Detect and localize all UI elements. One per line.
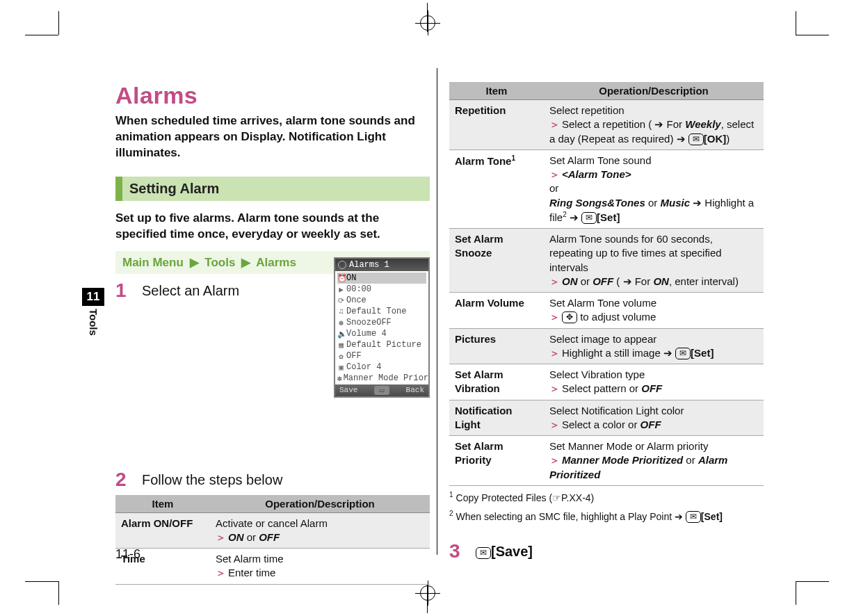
desc-cell: Select repetition＞Select a repetition ( … (544, 100, 764, 150)
step-text: Follow the steps below (142, 470, 282, 488)
table-row: Repetition Select repetition＞Select a re… (449, 100, 764, 150)
footnote-2: 2When selecting an SMC file, highlight a… (449, 509, 764, 524)
item-cell: Alarm Tone1 (449, 149, 544, 228)
item-cell: Pictures (449, 328, 544, 364)
list-item: 🔈Volume 4 (337, 328, 426, 339)
crop-mark (25, 581, 58, 605)
registration-mark (420, 15, 435, 31)
step-text: ✉[Save] (476, 542, 533, 560)
step-number: 1 (115, 281, 142, 300)
desc-cell: Set Alarm time ＞Enter time (210, 549, 430, 585)
mail-key-icon: ✉ (476, 547, 491, 559)
footnote-1: 1Copy Protected Files (☞P.XX-4) (449, 490, 764, 505)
phone-softkeys: Save ▭ Back (335, 384, 428, 396)
table-row: Set Alarm Vibration Select Vibration typ… (449, 364, 764, 400)
alarm-icon (338, 261, 346, 269)
table-row: Alarm Volume Set Alarm Tone volume＞✥ to … (449, 293, 764, 329)
section-heading: Setting Alarm (115, 177, 430, 201)
side-tab: 11 Tools (82, 288, 104, 336)
breadcrumb-item: Main Menu (122, 256, 184, 269)
step-text: Select an Alarm (142, 281, 239, 299)
list-item: ⏰ON (337, 273, 426, 284)
left-column: Alarms When scheduled time arrives, alar… (115, 61, 430, 585)
breadcrumb-item: Alarms (256, 256, 296, 269)
list-item: ⟳Once (337, 295, 426, 306)
page-sheet: 11 Tools Alarms When scheduled time arri… (82, 61, 772, 562)
list-item: ▣Color 4 (337, 362, 426, 373)
desc-cell: Activate or cancel Alarm ＞ON or OFF (210, 512, 430, 549)
table-row: Set Alarm Snooze Alarm Tone sounds for 6… (449, 229, 764, 293)
step-number: 3 (449, 542, 476, 561)
table-header: Operation/Description (210, 495, 430, 513)
item-cell: Set Alarm Snooze (449, 229, 544, 293)
chevron-right-icon: ▶ (190, 256, 199, 269)
list-item: ▶00:00 (337, 284, 426, 295)
table-row: Notification Light Select Notification L… (449, 400, 764, 436)
step-3: 3 ✉[Save] (449, 542, 764, 561)
page-title: Alarms (115, 82, 430, 109)
table-header: Item (449, 82, 544, 100)
crop-mark (796, 581, 829, 605)
phone-screenshot: Alarms 1 ⏰ON ▶00:00 ⟳Once ♫Default Tone … (334, 257, 430, 398)
desc-cell: Select Vibration type＞Select pattern or … (544, 364, 764, 400)
item-cell: Set Alarm Vibration (449, 364, 544, 400)
table-header: Item (115, 495, 210, 513)
phone-list: ⏰ON ▶00:00 ⟳Once ♫Default Tone ✽SnoozeOF… (335, 271, 428, 384)
step-2: 2 Follow the steps below (115, 470, 430, 489)
item-cell: Alarm ON/OFF (115, 512, 210, 549)
chevron-right-icon: ▶ (241, 256, 250, 269)
crop-mark (427, 584, 428, 613)
softkey-right: Back (406, 386, 424, 395)
table-row: Alarm ON/OFF Activate or cancel Alarm ＞O… (115, 512, 430, 549)
page-number: 11-6 (115, 547, 140, 562)
desc-cell: Set Alarm Tone volume＞✥ to adjust volume (544, 293, 764, 329)
item-cell: Repetition (449, 100, 544, 150)
table-row: Time Set Alarm time ＞Enter time (115, 549, 430, 585)
list-item: ✽SnoozeOFF (337, 317, 426, 328)
options-table-right: Item Operation/Description Repetition Se… (449, 82, 764, 486)
crop-mark (25, 11, 58, 35)
table-row: Set Alarm Priority Set Manner Mode or Al… (449, 436, 764, 486)
table-header-row: Item Operation/Description (449, 82, 764, 100)
lead-text: When scheduled time arrives, alarm tone … (115, 113, 430, 161)
list-item: ♫Default Tone (337, 306, 426, 317)
chapter-number: 11 (82, 288, 104, 306)
table-header: Operation/Description (544, 82, 764, 100)
list-item: ▦Default Picture (337, 339, 426, 350)
phone-header: Alarms 1 (335, 259, 428, 271)
column-divider (437, 68, 437, 555)
item-cell: Alarm Volume (449, 293, 544, 329)
softkey-left: Save (339, 386, 357, 395)
registration-mark (420, 585, 435, 601)
chapter-label: Tools (88, 309, 99, 336)
intro-paragraph: Set up to five alarms. Alarm tone sounds… (115, 211, 430, 243)
table-row: Pictures Select image to appear＞Highligh… (449, 328, 764, 364)
softkey-center: ▭ (374, 386, 390, 395)
table-row: Alarm Tone1 Set Alarm Tone sound＞<Alarm … (449, 149, 764, 228)
step-number: 2 (115, 470, 142, 489)
desc-cell: Set Manner Mode or Alarm priority＞Manner… (544, 436, 764, 486)
desc-cell: Select image to appear＞Highlight a still… (544, 328, 764, 364)
phone-title: Alarms 1 (349, 260, 389, 270)
options-table-left: Item Operation/Description Alarm ON/OFF … (115, 495, 430, 585)
item-cell: Notification Light (449, 400, 544, 436)
list-item: ✿OFF (337, 350, 426, 362)
desc-cell: Set Alarm Tone sound＞<Alarm Tone>orRing … (544, 149, 764, 228)
table-header-row: Item Operation/Description (115, 495, 430, 513)
breadcrumb-item: Tools (204, 256, 235, 269)
right-column: Item Operation/Description Repetition Se… (449, 82, 764, 567)
list-item: ✽Manner Mode Prior (337, 373, 426, 384)
item-cell: Set Alarm Priority (449, 436, 544, 486)
crop-mark (427, 3, 428, 32)
desc-cell: Select Notification Light color＞Select a… (544, 400, 764, 436)
crop-mark (796, 11, 829, 35)
desc-cell: Alarm Tone sounds for 60 seconds, repeat… (544, 229, 764, 293)
